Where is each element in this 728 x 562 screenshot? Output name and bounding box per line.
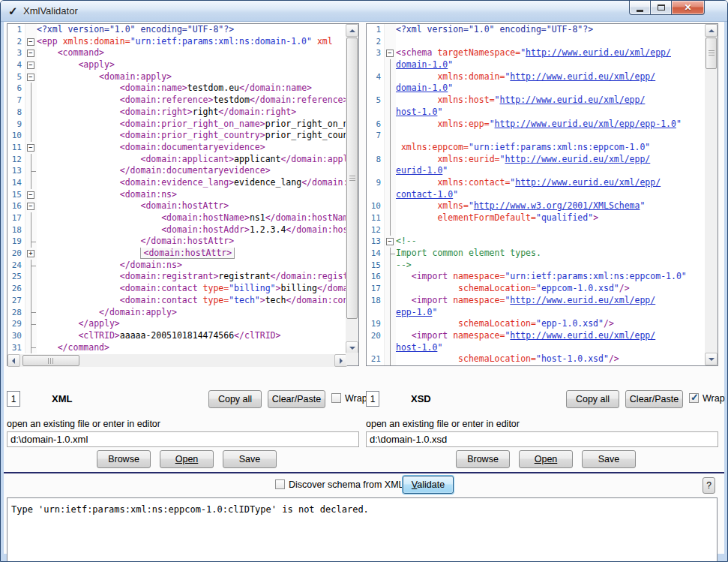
fold-margin [385,130,396,142]
xml-code-editor[interactable]: 1<?xml version="1.0" encoding="UTF-8"?>2… [7,24,347,354]
scroll-down-icon [349,347,355,350]
xsd-clear-paste-button[interactable]: Clear/Paste [625,390,683,408]
fold-margin[interactable]: − [25,59,37,71]
xml-save-button[interactable]: Save [223,450,277,468]
code-line: 8 <domain:right>right</domain:right> [7,107,347,119]
collapsed-node[interactable]: <domain:hostAttr> [140,248,235,259]
code-line: 26 <domain:contact type="billing">billin… [7,283,347,295]
fold-collapse-icon[interactable]: − [386,238,394,245]
fold-collapse-icon[interactable]: − [27,62,34,69]
line-number [367,59,385,71]
xml-browse-button[interactable]: Browse [97,450,151,468]
line-number [367,107,385,119]
line-number: 24 [7,260,25,272]
code-text: --> [396,260,706,272]
xml-horizontal-scrollbar[interactable] [7,354,347,367]
xsd-browse-button[interactable]: Browse [456,450,510,468]
code-line: 4− <apply> [7,59,347,71]
window-controls: ✕ [629,1,705,15]
line-number: 13 [7,165,25,177]
xsd-save-button[interactable]: Save [582,450,636,468]
maximize-button[interactable] [651,1,671,15]
fold-collapse-icon[interactable]: − [27,38,34,46]
fold-margin [385,119,396,131]
code-line: 11− <domain:documentaryevidence> [7,142,347,154]
xsd-code-editor[interactable]: 1<?xml version="1.0" encoding="UTF-8"?>2… [367,24,706,365]
xsd-open-button[interactable]: Open [519,450,573,468]
fold-margin [25,165,37,177]
fold-collapse-icon[interactable]: − [27,203,34,210]
code-line: 13−<!-- [367,236,706,248]
code-text: <domain:prior_right_country>prior_right_… [37,130,347,142]
fold-margin[interactable]: − [25,189,37,201]
fold-margin[interactable]: − [25,71,37,83]
fold-collapse-icon[interactable]: − [386,50,394,57]
code-text: </domain:ns> [37,260,347,272]
fold-margin[interactable]: − [25,142,37,154]
fold-margin[interactable]: − [25,200,37,212]
line-number: 4 [367,71,385,83]
fold-margin [385,107,396,119]
fold-margin[interactable]: − [385,236,396,248]
xml-open-button[interactable]: Open [160,450,214,468]
code-line: domain-1.0" [367,83,706,95]
xml-page-indicator: 1 [7,391,20,407]
xml-open-label: Open [175,454,199,464]
code-text: <schema targetNamespace="http://www.euri… [396,47,706,59]
xsd-page-indicator: 1 [366,391,379,407]
fold-collapse-icon[interactable]: − [27,50,34,57]
code-text: xmlns:epp="http://www.eurid.eu/xml/epp/e… [396,119,706,131]
code-text: schemaLocation="eppcom-1.0.xsd"/> [396,283,706,295]
discover-schema-checkbox[interactable] [275,479,285,489]
discover-schema-label: Discover schema from XML [289,479,404,490]
validation-result: Type 'urn:ietf:params:xml:ns:eppcom-1.0:… [7,497,718,562]
validate-button[interactable]: Validate [403,476,454,494]
fold-margin[interactable]: − [385,47,396,59]
fold-margin [385,307,396,319]
xml-clear-paste-button[interactable]: Clear/Paste [268,390,325,408]
code-line: 17 schemaLocation="eppcom-1.0.xsd"/> [367,283,706,295]
xsd-file-path-input[interactable] [366,431,718,447]
code-line: 3− <command> [7,47,347,59]
code-text: <domain:evidence_lang>evidence_lang</dom… [37,177,347,189]
xsd-copy-all-button[interactable]: Copy all [566,390,619,408]
fold-margin[interactable]: − [25,36,37,48]
fold-collapse-icon[interactable]: − [27,74,34,81]
minimize-button[interactable] [629,1,651,15]
fold-margin[interactable]: + [25,248,37,260]
line-number: 20 [7,248,25,260]
xml-wrap-checkbox[interactable] [331,393,341,403]
fold-margin [25,260,37,272]
line-number: 17 [367,283,385,295]
title-bar[interactable]: ✓ XmlValidator ✕ [1,1,727,22]
fold-margin [25,154,37,166]
scroll-right-icon [340,358,343,364]
line-number: 29 [7,318,25,330]
code-line: 20 <import namespace="http://www.eurid.e… [367,330,706,342]
xsd-open-label: Open [535,454,558,464]
xml-vertical-scrollbar[interactable] [346,24,358,354]
xsd-vertical-scrollbar[interactable] [705,24,718,365]
code-text: <domain:name>testdom.eu</domain:name> [37,83,347,95]
xsd-wrap-checkbox[interactable] [689,393,699,403]
xml-file-path-input[interactable] [7,431,359,447]
fold-collapse-icon[interactable]: − [27,144,34,152]
fold-collapse-icon[interactable]: − [27,191,34,199]
code-line: 30 <clTRID>aaaaa-2005101814474566</clTRI… [7,330,347,342]
code-line: 25 <domain:registrant>registrant</domain… [7,271,347,283]
line-number: 1 [367,24,385,36]
fold-expand-icon[interactable]: + [27,250,34,257]
code-text: <domain:documentaryevidence> [37,142,347,154]
line-number: 12 [7,154,25,166]
fold-margin [25,119,37,131]
code-text: elementFormDefault="qualified"> [396,212,706,224]
close-button[interactable]: ✕ [671,1,705,15]
code-text: <import namespace="urn:ietf:params:xml:n… [396,271,706,283]
xml-copy-all-button[interactable]: Copy all [208,390,262,408]
code-text: <domain:contact type="tech">tech</domain… [37,295,347,307]
line-number [367,342,385,354]
fold-margin[interactable]: − [25,47,37,59]
code-line: 29 </apply> [7,318,347,330]
line-number: 19 [367,318,385,330]
help-button[interactable]: ? [703,477,715,494]
